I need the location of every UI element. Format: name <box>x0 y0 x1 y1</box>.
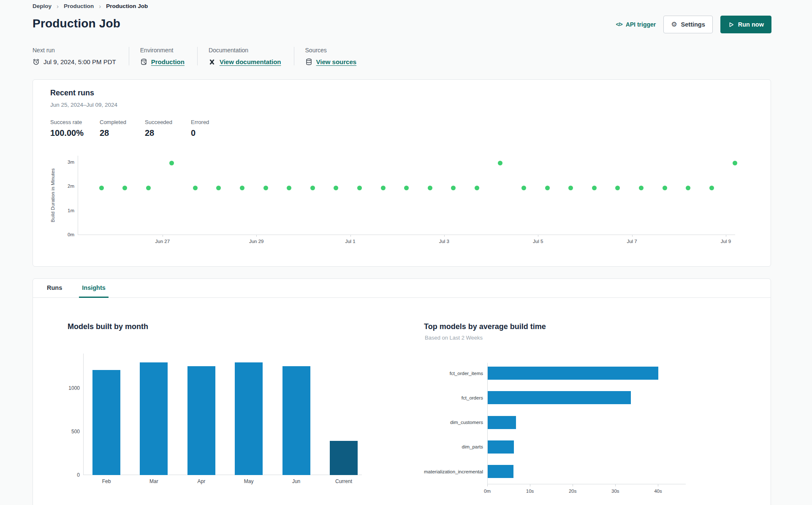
tab-row: Runs Insights <box>33 279 771 298</box>
model-build-time-bar <box>488 465 513 478</box>
stat-succeeded: Succeeded 28 <box>145 119 191 138</box>
hbar-x-tick-label: 0m <box>477 489 498 494</box>
settings-button[interactable]: ⚙ Settings <box>663 16 713 33</box>
run-dot[interactable] <box>404 186 409 190</box>
run-dot[interactable] <box>521 186 526 190</box>
model-name-label: dim_parts <box>462 444 483 449</box>
run-dot[interactable] <box>287 186 291 190</box>
scatter-y-axis-title: Build Duration in Minutes <box>50 168 55 222</box>
scatter-y-tick-label: 0m <box>62 232 74 237</box>
top-models-chart-title: Top models by average build time <box>424 322 546 331</box>
model-name-label: fct_orders <box>462 395 483 400</box>
environment-link[interactable]: Production <box>151 58 185 65</box>
scatter-x-tick-label: Jul 7 <box>619 239 645 244</box>
model-build-time-bar <box>488 416 516 429</box>
model-name-label: dim_customers <box>450 420 483 425</box>
months-x-category-label: Apr <box>182 478 220 484</box>
run-dot[interactable] <box>475 186 479 190</box>
sources-label: Sources <box>305 47 357 54</box>
run-dot[interactable] <box>99 186 104 190</box>
hbar-x-tick-mark <box>658 484 658 486</box>
run-dot[interactable] <box>169 161 174 165</box>
tab-insights[interactable]: Insights <box>79 279 109 298</box>
scatter-x-tick-mark <box>256 235 257 237</box>
run-dot[interactable] <box>545 186 550 190</box>
models-built-chart: 05001000FebMarAprMayJunCurrent <box>83 354 362 475</box>
run-dot[interactable] <box>381 186 386 190</box>
next-run-value: Jul 9, 2024, 5:00 PM PDT <box>43 58 116 65</box>
run-dot[interactable] <box>122 186 127 190</box>
y-axis-line <box>78 156 78 235</box>
run-dot[interactable] <box>451 186 456 190</box>
run-dot[interactable] <box>568 186 573 190</box>
x-axis-line <box>78 235 735 235</box>
chevron-right-icon: › <box>99 3 101 10</box>
view-sources-link[interactable]: View sources <box>316 58 357 65</box>
model-name-label: materialization_incremental <box>424 469 483 474</box>
recent-runs-card: Recent runs Jun 25, 2024–Jul 09, 2024 Su… <box>33 79 771 267</box>
breadcrumb-item-production-job: Production Job <box>106 3 148 9</box>
scatter-x-tick-label: Jun 27 <box>150 239 175 244</box>
tab-runs[interactable]: Runs <box>44 279 65 298</box>
recent-runs-title: Recent runs <box>50 89 94 97</box>
months-x-category-label: Feb <box>87 478 125 484</box>
breadcrumb: Deploy › Production › Production Job <box>33 3 148 10</box>
page-title: Production Job <box>33 17 120 30</box>
scatter-x-tick-label: Jul 3 <box>432 239 457 244</box>
hbar-x-tick-label: 40s <box>647 489 668 494</box>
months-y-tick-label: 1000 <box>64 385 80 391</box>
hbar-x-tick-mark <box>573 484 573 486</box>
run-dot[interactable] <box>216 186 221 190</box>
scatter-x-tick-label: Jul 1 <box>338 239 363 244</box>
months-x-category-label: Jun <box>277 478 315 484</box>
months-x-category-label: Mar <box>135 478 173 484</box>
api-trigger-label: API trigger <box>626 21 656 28</box>
dbt-docs-icon <box>209 58 216 65</box>
months-y-tick-label: 500 <box>64 429 80 435</box>
hbar-x-tick-label: 10s <box>519 489 540 494</box>
run-dot[interactable] <box>709 186 714 190</box>
month-bar <box>187 366 215 475</box>
hbar-x-tick-mark <box>530 484 530 486</box>
run-dot[interactable] <box>146 186 151 190</box>
model-build-time-bar <box>488 391 631 404</box>
run-dot[interactable] <box>498 161 502 165</box>
play-icon <box>728 22 734 28</box>
settings-label: Settings <box>681 21 705 28</box>
x-axis-line <box>83 475 362 475</box>
hbar-x-tick-mark <box>487 484 488 486</box>
run-dot[interactable] <box>592 186 597 190</box>
header-actions: </> API trigger ⚙ Settings Run now <box>616 16 771 33</box>
meta-documentation: Documentation View documentation <box>197 47 294 65</box>
models-built-chart-title: Models built by month <box>68 322 148 331</box>
run-dot[interactable] <box>615 186 620 190</box>
run-dot[interactable] <box>240 186 244 190</box>
breadcrumb-item-deploy[interactable]: Deploy <box>33 3 52 9</box>
run-dot[interactable] <box>428 186 432 190</box>
alarm-clock-icon <box>33 58 40 65</box>
run-dot[interactable] <box>733 161 737 165</box>
hbar-x-tick-mark <box>615 484 616 486</box>
top-models-chart-subtitle: Based on Last 2 Weeks <box>425 335 483 341</box>
view-documentation-link[interactable]: View documentation <box>220 58 281 65</box>
run-dot[interactable] <box>334 186 338 190</box>
run-dot[interactable] <box>686 186 690 190</box>
top-models-chart: fct_order_itemsfct_ordersdim_customersdi… <box>487 361 686 484</box>
gear-icon: ⚙ <box>671 21 677 28</box>
run-dot[interactable] <box>357 186 362 190</box>
run-dot[interactable] <box>310 186 315 190</box>
breadcrumb-item-production[interactable]: Production <box>64 3 94 9</box>
run-dot[interactable] <box>193 186 198 190</box>
month-bar <box>140 362 168 475</box>
job-meta-row: Next run Jul 9, 2024, 5:00 PM PDT Enviro… <box>33 47 369 65</box>
scatter-x-tick-mark <box>350 235 351 237</box>
scatter-x-tick-mark <box>163 235 163 237</box>
api-trigger-link[interactable]: </> API trigger <box>616 21 656 28</box>
run-dot[interactable] <box>639 186 644 190</box>
run-dot[interactable] <box>263 186 268 190</box>
run-now-button[interactable]: Run now <box>720 16 771 33</box>
next-run-label: Next run <box>33 47 116 54</box>
stat-completed: Completed 28 <box>100 119 145 138</box>
run-dot[interactable] <box>663 186 667 190</box>
meta-next-run: Next run Jul 9, 2024, 5:00 PM PDT <box>33 47 129 65</box>
